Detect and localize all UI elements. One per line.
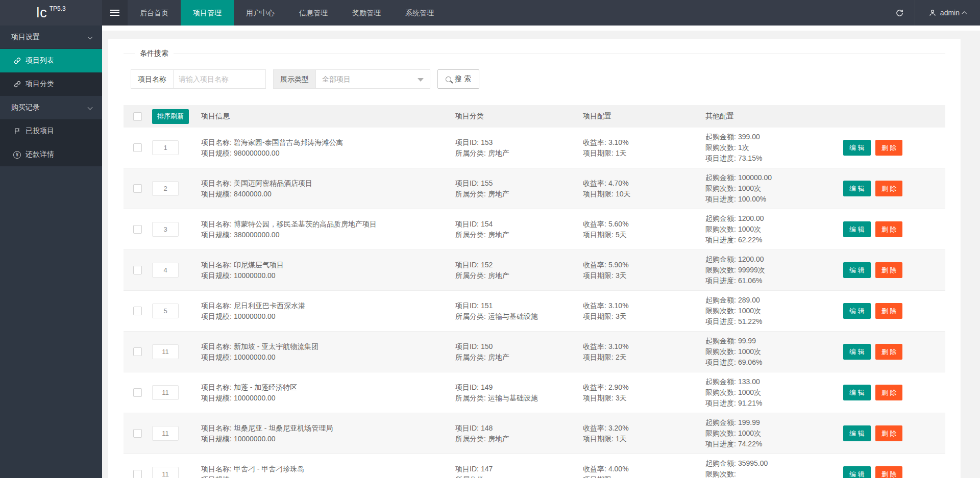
project-name-input[interactable] — [173, 69, 266, 89]
delete-button[interactable]: 删 除 — [875, 181, 903, 196]
project-category-cell: 项目ID:151 所属分类:运输与基础设施 — [455, 300, 583, 322]
sidebar-group-project-settings[interactable]: 项目设置 — [0, 26, 102, 49]
sort-input[interactable] — [152, 385, 179, 400]
project-min-amount: 133.00 — [738, 378, 760, 386]
select-dropdown-icon — [418, 78, 424, 82]
project-period: 2天 — [616, 353, 627, 361]
project-category: 房地产 — [488, 231, 509, 239]
sort-input[interactable] — [152, 140, 179, 155]
project-min-amount: 199.99 — [738, 418, 760, 426]
project-config-cell: 收益率:5.60% 项目期限:5天 — [583, 219, 705, 240]
project-category-cell: 项目ID:150 所属分类:房地产 — [455, 341, 583, 363]
delete-button[interactable]: 删 除 — [875, 385, 903, 400]
display-type-select[interactable]: 全部项目 — [315, 69, 430, 89]
row-checkbox[interactable] — [133, 225, 142, 234]
project-rate: 4.70% — [608, 179, 629, 187]
project-purchase-limit: 1000次 — [738, 184, 761, 192]
project-name-label: 项目名称 — [131, 69, 174, 89]
sort-input[interactable] — [152, 222, 179, 237]
select-all-checkbox[interactable] — [133, 112, 142, 121]
sort-input[interactable] — [152, 467, 179, 478]
collapse-menu-button[interactable] — [102, 0, 128, 26]
project-id: 155 — [481, 179, 493, 187]
project-config-cell: 收益率:3.20% 项目期限:1天 — [583, 423, 705, 444]
row-checkbox[interactable] — [133, 388, 142, 397]
delete-button[interactable]: 删 除 — [875, 221, 903, 237]
sidebar: 项目设置 项目列表 项目分类 购买记录 已投项目 — [0, 26, 102, 478]
project-period: 10天 — [616, 190, 631, 198]
project-config-cell: 收益率:2.90% 项目期限:3天 — [583, 382, 705, 404]
flag-icon — [13, 128, 21, 135]
delete-button[interactable]: 删 除 — [875, 140, 903, 156]
delete-button[interactable]: 删 除 — [875, 262, 903, 278]
project-min-amount: 1200.00 — [738, 255, 764, 263]
search-button[interactable]: 搜 索 — [437, 69, 479, 89]
yen-circle-icon: ¥ — [13, 151, 21, 159]
project-id: 147 — [481, 465, 493, 473]
topnav-item-home[interactable]: 后台首页 — [128, 0, 181, 26]
sidebar-item-invested-projects[interactable]: 已投项目 — [0, 119, 102, 143]
table-body: 项目名称:碧海家园-泰国普吉岛邦涛海滩公寓 项目规模:980000000.00 … — [124, 128, 945, 478]
logo-text: lc — [36, 5, 47, 21]
project-category-cell: 项目ID:153 所属分类:房地产 — [455, 137, 583, 159]
row-actions: 编 辑 删 除 — [843, 140, 945, 156]
project-info-cell: 项目名称:尼日利亚巴卡西深水港 项目规模:10000000.00 — [201, 300, 455, 322]
username: admin — [940, 9, 960, 17]
sort-input[interactable] — [152, 181, 179, 196]
sidebar-item-project-category[interactable]: 项目分类 — [0, 72, 102, 96]
delete-button[interactable]: 删 除 — [875, 344, 903, 360]
user-menu[interactable]: admin — [915, 0, 980, 26]
topnav-item-projects[interactable]: 项目管理 — [181, 0, 234, 26]
edit-button[interactable]: 编 辑 — [843, 181, 871, 196]
delete-button[interactable]: 删 除 — [875, 466, 903, 478]
sort-input[interactable] — [152, 304, 179, 318]
row-checkbox[interactable] — [133, 266, 142, 274]
project-rate: 3.10% — [608, 138, 629, 146]
row-checkbox[interactable] — [133, 429, 142, 438]
edit-button[interactable]: 编 辑 — [843, 466, 871, 478]
project-period: 3天 — [616, 312, 627, 320]
row-checkbox[interactable] — [133, 470, 142, 478]
sort-input[interactable] — [152, 263, 179, 278]
top-navbar: lc TP5.3 后台首页 项目管理 用户中心 信息管理 奖励管理 系统管理 a… — [0, 0, 980, 26]
sidebar-group-purchase-records[interactable]: 购买记录 — [0, 96, 102, 119]
topnav-item-system[interactable]: 系统管理 — [393, 0, 446, 26]
project-purchase-limit: 1000次 — [738, 388, 761, 396]
project-purchase-limit: 99999次 — [738, 266, 765, 274]
project-scale: 980000000.00 — [234, 149, 280, 157]
topnav-item-rewards[interactable]: 奖励管理 — [340, 0, 393, 26]
row-checkbox[interactable] — [133, 143, 142, 152]
delete-button[interactable]: 删 除 — [875, 303, 903, 319]
edit-button[interactable]: 编 辑 — [843, 344, 871, 360]
refresh-button[interactable] — [885, 0, 915, 26]
sidebar-item-label: 项目分类 — [26, 80, 54, 89]
row-checkbox[interactable] — [133, 184, 142, 193]
topnav-item-info[interactable]: 信息管理 — [287, 0, 340, 26]
edit-button[interactable]: 编 辑 — [843, 303, 871, 319]
delete-button[interactable]: 删 除 — [875, 425, 903, 441]
edit-button[interactable]: 编 辑 — [843, 262, 871, 278]
edit-button[interactable]: 编 辑 — [843, 221, 871, 237]
project-purchase-limit: 1000次 — [738, 307, 761, 315]
edit-button[interactable]: 编 辑 — [843, 385, 871, 400]
sort-refresh-button[interactable]: 排序刷新 — [152, 109, 189, 124]
header-project-config: 项目配置 — [583, 112, 705, 121]
sidebar-group-label: 项目设置 — [11, 33, 40, 42]
edit-button[interactable]: 编 辑 — [843, 425, 871, 441]
other-config-cell: 起购金额:199.99 限购次数:1000次 项目进度:74.22% — [705, 417, 843, 449]
project-name: 尼日利亚巴卡西深水港 — [234, 301, 305, 310]
project-category: 运输与基础设施 — [488, 312, 538, 320]
row-checkbox[interactable] — [133, 347, 142, 356]
row-checkbox[interactable] — [133, 307, 142, 315]
project-rate: 5.60% — [608, 220, 629, 228]
project-period: 5天 — [616, 231, 627, 239]
edit-button[interactable]: 编 辑 — [843, 140, 871, 156]
sort-input[interactable] — [152, 344, 179, 359]
project-progress: 69.06% — [738, 358, 762, 366]
chevron-down-icon — [88, 105, 93, 110]
project-rate: 3.20% — [608, 424, 629, 432]
topnav-item-users[interactable]: 用户中心 — [234, 0, 287, 26]
sidebar-item-project-list[interactable]: 项目列表 — [0, 49, 102, 72]
sort-input[interactable] — [152, 426, 179, 441]
sidebar-item-repayment-details[interactable]: ¥ 还款详情 — [0, 143, 102, 166]
